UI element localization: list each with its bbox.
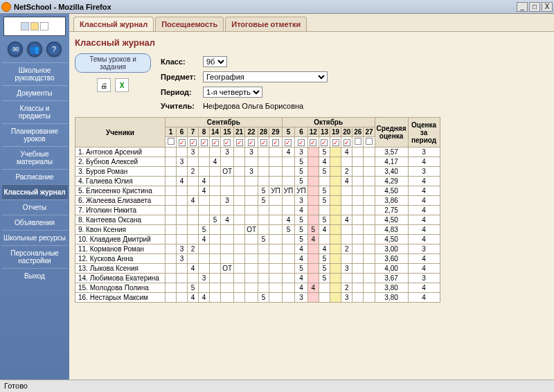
grade-cell[interactable]: ОТ xyxy=(221,264,234,274)
grade-cell[interactable] xyxy=(188,225,199,235)
grade-cell[interactable] xyxy=(258,254,269,264)
grade-cell[interactable] xyxy=(330,293,341,303)
grade-cell[interactable]: 3 xyxy=(341,293,352,303)
day-checkbox[interactable] xyxy=(236,139,243,146)
grade-cell[interactable] xyxy=(166,274,177,283)
grade-cell[interactable]: ОТ xyxy=(245,225,258,235)
grade-cell[interactable]: 4 xyxy=(199,235,210,244)
grade-cell[interactable] xyxy=(166,235,177,244)
grade-cell[interactable] xyxy=(364,206,375,215)
grade-cell[interactable]: 3 xyxy=(177,157,188,167)
grade-cell[interactable] xyxy=(234,264,245,274)
grade-cell[interactable]: 4 xyxy=(295,244,308,254)
grade-cell[interactable]: 4 xyxy=(319,225,330,235)
excel-icon[interactable]: X xyxy=(115,78,129,92)
grade-cell[interactable]: 4 xyxy=(319,244,330,254)
grade-cell[interactable] xyxy=(330,196,341,206)
grade-cell[interactable]: 5 xyxy=(295,177,308,186)
grade-cell[interactable] xyxy=(199,148,210,157)
users-icon[interactable]: 👥 xyxy=(27,42,42,57)
student-name[interactable]: 6. Жалеева Елизавета xyxy=(75,196,166,206)
period-cell[interactable]: 4 xyxy=(408,157,440,167)
grade-cell[interactable] xyxy=(341,254,352,264)
grade-cell[interactable] xyxy=(352,264,364,274)
grade-cell[interactable]: 3 xyxy=(221,148,234,157)
grade-cell[interactable]: 5 xyxy=(319,215,330,225)
grade-cell[interactable]: 5 xyxy=(295,235,308,244)
grade-cell[interactable]: 4 xyxy=(199,186,210,196)
grade-cell[interactable]: 3 xyxy=(177,254,188,264)
grade-cell[interactable] xyxy=(307,148,319,157)
grade-cell[interactable] xyxy=(188,215,199,225)
grade-cell[interactable]: 3 xyxy=(245,148,258,157)
grade-cell[interactable]: 5 xyxy=(319,167,330,177)
help-icon[interactable]: ? xyxy=(46,42,62,57)
day-checkbox[interactable] xyxy=(332,139,339,146)
grade-cell[interactable] xyxy=(188,177,199,186)
grade-cell[interactable]: 3 xyxy=(341,264,352,274)
grade-cell[interactable] xyxy=(188,206,199,215)
grade-cell[interactable]: 5 xyxy=(258,293,269,303)
period-cell[interactable]: 4 xyxy=(408,225,440,235)
grade-cell[interactable] xyxy=(210,264,221,274)
grade-cell[interactable] xyxy=(245,206,258,215)
grade-cell[interactable] xyxy=(364,177,375,186)
grade-cell[interactable] xyxy=(330,167,341,177)
grade-cell[interactable] xyxy=(245,264,258,274)
grade-cell[interactable] xyxy=(282,157,295,167)
grade-cell[interactable] xyxy=(269,244,283,254)
grade-cell[interactable] xyxy=(166,148,177,157)
grade-cell[interactable] xyxy=(364,215,375,225)
grade-cell[interactable] xyxy=(258,274,269,283)
period-cell[interactable]: 4 xyxy=(408,264,440,274)
grade-cell[interactable] xyxy=(330,148,341,157)
grade-cell[interactable] xyxy=(307,196,319,206)
grade-cell[interactable] xyxy=(341,196,352,206)
grade-cell[interactable] xyxy=(330,254,341,264)
grade-cell[interactable]: 5 xyxy=(295,264,308,274)
grade-cell[interactable]: 2 xyxy=(341,244,352,254)
grade-cell[interactable] xyxy=(282,206,295,215)
topics-button[interactable]: Темы уроков и задания xyxy=(75,53,151,73)
grade-cell[interactable] xyxy=(352,196,364,206)
grade-cell[interactable] xyxy=(199,215,210,225)
grade-cell[interactable]: УП xyxy=(295,186,308,196)
grade-cell[interactable] xyxy=(234,225,245,235)
student-name[interactable]: 16. Нестарых Максим xyxy=(75,293,166,303)
grade-cell[interactable] xyxy=(245,283,258,293)
day-checkbox[interactable] xyxy=(248,139,255,146)
period-cell[interactable]: 3 xyxy=(408,274,440,283)
grade-cell[interactable] xyxy=(199,196,210,206)
grade-cell[interactable] xyxy=(364,235,375,244)
grade-cell[interactable] xyxy=(282,177,295,186)
grade-cell[interactable] xyxy=(245,196,258,206)
grade-cell[interactable] xyxy=(245,293,258,303)
grade-cell[interactable] xyxy=(352,148,364,157)
grade-cell[interactable] xyxy=(269,264,283,274)
grade-cell[interactable] xyxy=(166,293,177,303)
grade-cell[interactable] xyxy=(330,244,341,254)
grade-cell[interactable] xyxy=(166,157,177,167)
student-name[interactable]: 9. Квон Ксения xyxy=(75,225,166,235)
grade-cell[interactable] xyxy=(210,274,221,283)
grade-cell[interactable] xyxy=(234,254,245,264)
period-cell[interactable]: 4 xyxy=(408,186,440,196)
grade-cell[interactable]: 4 xyxy=(221,215,234,225)
grade-cell[interactable] xyxy=(221,274,234,283)
grade-cell[interactable] xyxy=(282,235,295,244)
grade-cell[interactable] xyxy=(269,254,283,264)
grade-cell[interactable] xyxy=(352,244,364,254)
grade-cell[interactable] xyxy=(364,157,375,167)
grade-cell[interactable] xyxy=(352,254,364,264)
grade-cell[interactable] xyxy=(221,283,234,293)
grade-cell[interactable] xyxy=(258,206,269,215)
grade-cell[interactable] xyxy=(245,235,258,244)
grade-cell[interactable] xyxy=(330,274,341,283)
grade-cell[interactable] xyxy=(269,167,283,177)
grade-cell[interactable] xyxy=(364,196,375,206)
grade-cell[interactable]: 4 xyxy=(341,215,352,225)
grade-cell[interactable] xyxy=(341,225,352,235)
sidebar-item-11[interactable]: Выход xyxy=(2,268,68,283)
grade-cell[interactable] xyxy=(177,283,188,293)
sidebar-item-4[interactable]: Учебные материалы xyxy=(2,146,68,169)
